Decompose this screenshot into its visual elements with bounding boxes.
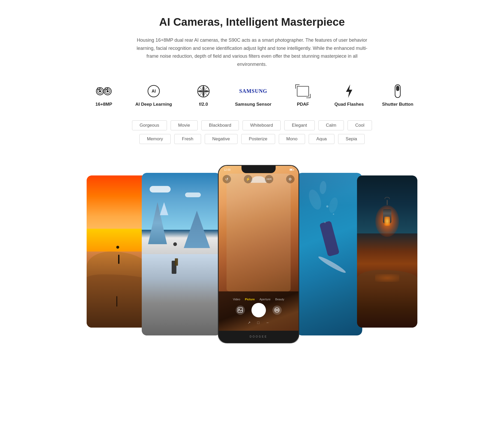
camera-controls (236, 303, 282, 317)
camera-modes: Video Picture Aperture Beauty (233, 298, 284, 301)
filter-sepia[interactable]: Sepia (338, 134, 365, 144)
filter-icon[interactable] (272, 306, 282, 315)
photo-card-underwater (297, 173, 362, 335)
svg-rect-18 (238, 308, 243, 312)
filter-elegant[interactable]: Elegant (284, 120, 315, 130)
filter-calm[interactable]: Calm (318, 120, 344, 130)
svg-text:AI: AI (151, 89, 156, 93)
phone-camera-ui: Video Picture Aperture Beauty (219, 291, 298, 331)
aperture-icon (197, 84, 210, 98)
filter-row-1: Gorgeous Movie Blackboard Whiteboard Ele… (132, 120, 372, 130)
mode-beauty[interactable]: Beauty (275, 298, 284, 301)
pdaf-icon (297, 84, 309, 98)
filter-row-2: Memory Fresh Negative Posterize Mono Aqu… (139, 134, 365, 144)
samsung-text: SAMSUNG (239, 88, 267, 94)
photo-card-mountain (142, 173, 220, 335)
photos-section: 12:00 ↺ ⚡ HDR (52, 160, 452, 343)
feature-pdaf: PDAF (290, 84, 316, 107)
photo-card-lantern (357, 175, 417, 328)
svg-point-6 (107, 90, 109, 92)
header-section: AI Cameras, Intelligent Masterpiece Hous… (52, 16, 452, 68)
phone-center: 12:00 ↺ ⚡ HDR (218, 165, 299, 343)
feature-camera-mp: 16+8MP (91, 84, 117, 107)
feature-label-samsung: Samsung Sensor (235, 102, 271, 107)
gallery-icon[interactable] (236, 306, 245, 315)
settings-icon[interactable]: ⚙ (286, 175, 295, 183)
feature-label-pdaf: PDAF (297, 102, 309, 107)
flash-icon[interactable]: ⚡ (244, 175, 252, 183)
filter-negative[interactable]: Negative (205, 134, 238, 144)
feature-quad-flashes: Quad Flashes (334, 84, 364, 107)
filter-memory[interactable]: Memory (139, 134, 171, 144)
feature-label-shutter: Shutter Button (382, 102, 413, 107)
feature-label-quad: Quad Flashes (334, 102, 364, 107)
status-time: 12:00 (224, 168, 230, 171)
pdaf-bracket-icon (297, 86, 309, 97)
filter-section: Gorgeous Movie Blackboard Whiteboard Ele… (52, 120, 452, 144)
filter-aqua[interactable]: Aqua (309, 134, 334, 144)
brand-label: DOOGEE (250, 335, 267, 338)
feature-aperture: f/2.0 (190, 84, 217, 107)
feature-shutter: Shutter Button (382, 84, 413, 107)
filter-mono[interactable]: Mono (279, 134, 305, 144)
hdr-icon[interactable]: HDR (265, 175, 273, 183)
feature-ai: AI AI Deep Learning (135, 84, 172, 107)
mode-picture[interactable]: Picture (245, 298, 255, 301)
filter-blackboard[interactable]: Blackboard (201, 120, 239, 130)
page-description: Housing 16+8MP dual rear AI cameras, the… (134, 36, 370, 68)
feature-samsung: SAMSUNG Samsung Sensor (235, 84, 271, 107)
filter-cool[interactable]: Cool (348, 120, 372, 130)
phone-mockup: 12:00 ↺ ⚡ HDR (218, 165, 299, 343)
phone-shadow (224, 341, 293, 343)
feature-label-mp: 16+8MP (96, 102, 112, 107)
svg-rect-17 (396, 86, 399, 91)
svg-point-2 (99, 90, 101, 92)
camera-dual-icon (95, 84, 112, 98)
lightning-icon (344, 84, 354, 98)
samsung-logo-icon: SAMSUNG (239, 84, 267, 98)
svg-marker-15 (346, 84, 352, 98)
sunset-image (87, 175, 147, 328)
mode-video[interactable]: Video (233, 298, 240, 301)
filter-movie[interactable]: Movie (171, 120, 198, 130)
phone-top-icons: ↺ ⚡ HDR ⚙ (223, 175, 295, 183)
features-row: 16+8MP AI AI Deep Learning (52, 84, 452, 107)
filter-whiteboard[interactable]: Whiteboard (243, 120, 281, 130)
shutter-button[interactable] (251, 303, 266, 317)
filter-posterize[interactable]: Posterize (241, 134, 275, 144)
camera-rotate-icon[interactable]: ↺ (223, 175, 231, 183)
page-wrapper: AI Cameras, Intelligent Masterpiece Hous… (0, 0, 504, 359)
photo-card-sunset (87, 175, 147, 328)
lantern-image (357, 175, 417, 328)
mountain-image (142, 173, 220, 335)
underwater-image (297, 173, 362, 335)
ai-brain-icon: AI (146, 84, 161, 98)
shutter-icon (394, 84, 402, 98)
filter-gorgeous[interactable]: Gorgeous (132, 120, 167, 130)
page-title: AI Cameras, Intelligent Masterpiece (52, 16, 452, 28)
feature-label-ai: AI Deep Learning (135, 102, 172, 107)
phone-screen: ↺ ⚡ HDR ⚙ Video Picture Aperture Beauty (219, 166, 298, 331)
feature-label-aperture: f/2.0 (199, 102, 208, 107)
filter-fresh[interactable]: Fresh (174, 134, 201, 144)
phone-status-bar: 12:00 (223, 167, 295, 172)
mode-aperture[interactable]: Aperture (259, 298, 270, 301)
